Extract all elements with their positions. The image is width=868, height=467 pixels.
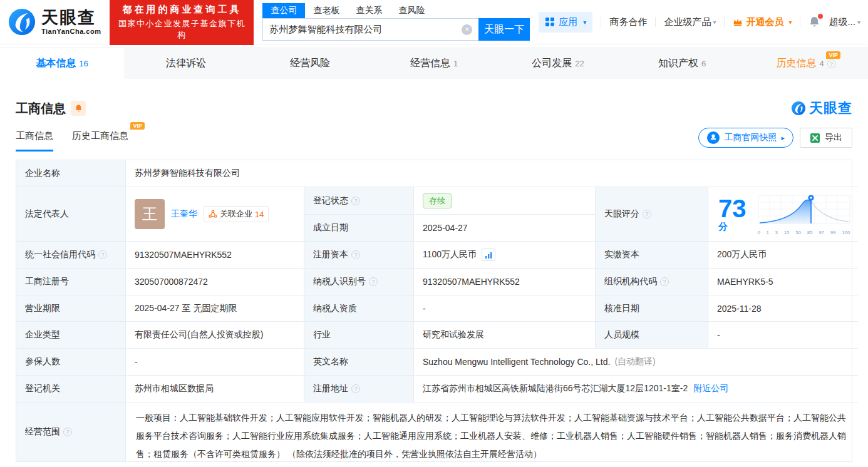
credit-code-value: 91320507MAEHYRK552 bbox=[126, 242, 304, 269]
field-label: 注册地址 ? bbox=[304, 376, 414, 403]
header-nav: 应用 ▾ 商务合作 企业级产品 ▾ 开通会员 ▾ 超级.. bbox=[539, 12, 860, 33]
tab-legal-litigation[interactable]: 法律诉讼 bbox=[124, 48, 248, 79]
field-label: 成立日期 bbox=[304, 215, 414, 242]
reg-address-cell: 江苏省苏州市相城区高铁新城陆港街66号芯汇湖大厦12层1201-1室-2 附近公… bbox=[414, 376, 858, 403]
capital-chart-icon[interactable] bbox=[482, 249, 495, 261]
tab-label: 基本信息 bbox=[36, 57, 76, 70]
tab-history-info[interactable]: VIP 历史信息 4 ? bbox=[744, 48, 868, 79]
apps-label: 应用 bbox=[559, 16, 577, 28]
search-tab-relation[interactable]: 查关系 bbox=[348, 3, 390, 18]
score-unit: 分 bbox=[718, 221, 728, 232]
field-label: 参保人数 bbox=[16, 349, 126, 376]
related-companies-badge[interactable]: 关联企业 14 bbox=[204, 206, 269, 222]
search-button[interactable]: 天眼一下 bbox=[478, 18, 530, 41]
user-menu[interactable]: 超级... ▾ bbox=[829, 16, 860, 28]
field-label: 统一社会信用代码 ? bbox=[16, 242, 126, 269]
staff-size-value: - bbox=[708, 322, 858, 349]
org-code-value: MAEHYRK5-5 bbox=[708, 269, 858, 295]
tab-label: 公司发展 bbox=[532, 57, 572, 70]
official-snapshot-button[interactable]: 工商官网快照 ▸ bbox=[698, 128, 793, 148]
notifications-bell[interactable] bbox=[809, 16, 820, 28]
vip-badge: VIP bbox=[826, 51, 840, 59]
reg-number-value: 320507000872472 bbox=[126, 269, 304, 295]
subtab-history-business-info[interactable]: VIP 历史工商信息 bbox=[72, 130, 128, 151]
search-area: 查公司 查老板 查关系 查风险 苏州梦舞智能科技有限公司 ✕ 天眼一下 bbox=[262, 3, 530, 41]
search-tab-company[interactable]: 查公司 bbox=[262, 3, 305, 18]
score-number: 73分 bbox=[718, 196, 747, 233]
help-icon[interactable]: ? bbox=[351, 250, 360, 259]
help-icon[interactable]: ? bbox=[351, 197, 360, 205]
score-distribution-chart: 0131550859799100 bbox=[757, 193, 852, 235]
chevron-down-icon: ▾ bbox=[713, 19, 716, 26]
tab-label: 经营风险 bbox=[290, 57, 330, 70]
tab-label: 知识产权 bbox=[658, 57, 698, 70]
business-info-table: 企业名称 苏州梦舞智能科技有限公司 法定代表人 王 王奎华 关联企业 14 登记… bbox=[16, 160, 852, 462]
english-name-cell: Suzhou Mengwu Intelligent Technology Co.… bbox=[414, 349, 858, 376]
search-tab-risk[interactable]: 查风险 bbox=[390, 3, 433, 18]
legal-rep-name-link[interactable]: 王奎华 bbox=[171, 208, 197, 220]
subtab-business-info[interactable]: 工商信息 bbox=[16, 130, 53, 151]
tab-basic-info[interactable]: 基本信息 16 bbox=[0, 48, 124, 79]
app-grid-icon bbox=[545, 17, 555, 27]
auto-translate-note: (自动翻译) bbox=[614, 356, 655, 367]
tianyancha-logo-icon bbox=[8, 8, 36, 36]
export-button[interactable]: 导出 bbox=[800, 128, 852, 148]
promo-line2: 国家中小企业发展子基金旗下机构 bbox=[116, 18, 247, 41]
nav-business-cooperation[interactable]: 商务合作 bbox=[609, 16, 647, 28]
tianyancha-logo[interactable]: 天眼查 TianYanCha.com bbox=[8, 8, 101, 36]
tab-intellectual-property[interactable]: 知识产权 6 bbox=[620, 48, 744, 79]
tab-label: 历史信息 bbox=[776, 57, 816, 70]
tab-operation-info[interactable]: 经营信息 1 bbox=[372, 48, 496, 79]
bell-icon bbox=[75, 104, 83, 113]
field-label: 组织机构代码 ? bbox=[596, 269, 708, 295]
nav-open-vip[interactable]: 开通会员 ▾ bbox=[733, 16, 792, 28]
help-icon[interactable]: ? bbox=[351, 384, 360, 393]
search-input-value: 苏州梦舞智能科技有限公司 bbox=[269, 24, 462, 36]
help-icon[interactable]: ? bbox=[643, 210, 651, 218]
company-type-value: 有限责任公司(自然人投资或控股) bbox=[126, 322, 304, 349]
english-name-value: Suzhou Mengwu Intelligent Technology Co.… bbox=[423, 357, 610, 367]
chevron-down-icon: ▾ bbox=[788, 19, 792, 26]
nearby-companies-link[interactable]: 附近公司 bbox=[693, 383, 728, 394]
tab-count: 4 bbox=[819, 59, 824, 68]
field-label: 工商注册号 bbox=[16, 269, 126, 295]
help-icon[interactable]: ? bbox=[827, 59, 836, 68]
related-label: 关联企业 bbox=[220, 208, 252, 220]
export-label: 导出 bbox=[825, 132, 842, 143]
search-input[interactable]: 苏州梦舞智能科技有限公司 ✕ bbox=[262, 18, 478, 41]
subtab-label: 历史工商信息 bbox=[72, 130, 128, 141]
clear-search-icon[interactable]: ✕ bbox=[462, 24, 472, 35]
help-icon[interactable]: ? bbox=[98, 250, 107, 259]
field-label: 人员规模 bbox=[596, 322, 708, 349]
label-text: 统一社会信用代码 bbox=[25, 249, 95, 260]
tab-count: 22 bbox=[575, 59, 584, 68]
help-icon[interactable]: ? bbox=[660, 277, 669, 286]
field-label: 登记机关 bbox=[16, 376, 126, 403]
divider bbox=[655, 17, 656, 27]
tab-company-development[interactable]: 公司发展 22 bbox=[496, 48, 620, 79]
apps-menu[interactable]: 应用 ▾ bbox=[539, 12, 592, 33]
reg-status-cell: 存续 bbox=[414, 187, 596, 215]
help-icon[interactable]: ? bbox=[369, 277, 378, 286]
search-tab-boss[interactable]: 查老板 bbox=[305, 3, 348, 18]
watermark-text: 天眼查 bbox=[809, 99, 852, 118]
monitor-bell-button[interactable] bbox=[71, 101, 86, 116]
chevron-down-icon: ▾ bbox=[583, 19, 586, 26]
avatar[interactable]: 王 bbox=[135, 199, 165, 229]
help-icon[interactable]: ? bbox=[63, 428, 72, 436]
industry-value: 研究和试验发展 bbox=[414, 322, 596, 349]
tab-operation-risk[interactable]: 经营风险 bbox=[248, 48, 372, 79]
label-text: 经营范围 bbox=[25, 426, 60, 438]
reg-address-value: 江苏省苏州市相城区高铁新城陆港街66号芯汇湖大厦12层1201-1室-2 bbox=[423, 383, 688, 394]
label-text: 登记状态 bbox=[313, 195, 348, 207]
taxpayer-id-value: 91320507MAEHYRK552 bbox=[414, 269, 596, 295]
label-text: 组织机构代码 bbox=[604, 276, 657, 287]
network-icon bbox=[209, 210, 217, 218]
nav-enterprise-products[interactable]: 企业级产品 ▾ bbox=[664, 16, 716, 28]
tab-count: 6 bbox=[701, 59, 706, 68]
tianyancha-watermark: 天眼查 bbox=[791, 99, 852, 118]
label-text: 纳税人识别号 bbox=[313, 276, 366, 287]
field-label: 英文名称 bbox=[304, 349, 414, 376]
score-axis: 0131550859799100 bbox=[757, 230, 852, 235]
enterprise-label: 企业级产品 bbox=[664, 16, 711, 28]
